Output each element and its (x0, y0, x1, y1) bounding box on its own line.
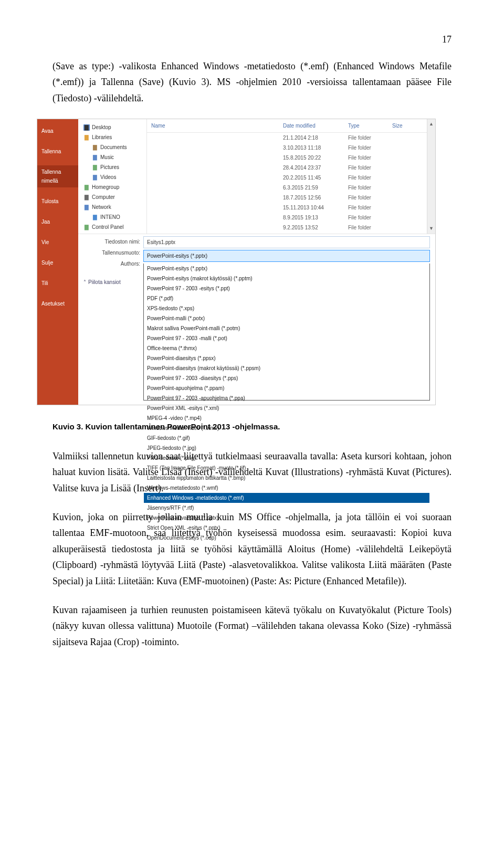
file-date: 6.3.2015 21:59 (283, 183, 346, 192)
backstage-item[interactable]: Tallenna nimellä (37, 165, 78, 187)
file-name (150, 223, 281, 232)
file-name (150, 133, 281, 142)
table-row[interactable]: 9.2.2015 13:52File folder (150, 223, 424, 233)
savetype-option[interactable]: Office-teema (*.thmx) (144, 343, 429, 353)
file-type: File folder (348, 163, 390, 172)
savetype-option[interactable]: PowerPoint-apuohjelma (*.ppam) (144, 383, 429, 393)
savetype-option[interactable]: PowerPoint-diaesitys (*.ppsx) (144, 353, 429, 363)
file-date: 15.8.2015 20:22 (283, 153, 346, 162)
table-row[interactable]: 6.3.2015 21:59File folder (150, 183, 424, 193)
backstage-item[interactable]: Tili (37, 277, 78, 290)
filename-input[interactable]: Esitys1.pptx (143, 236, 430, 248)
tree-item-label: Network (92, 203, 111, 212)
folder-icon: ▇ (92, 214, 98, 220)
file-list[interactable]: Name Date modified Type Size 21.1.2014 2… (147, 119, 427, 234)
tree-item[interactable]: ▇Videos (81, 172, 143, 182)
file-name (150, 193, 281, 202)
file-type: File folder (348, 183, 390, 192)
col-name[interactable]: Name (151, 121, 281, 130)
file-size (392, 163, 424, 172)
table-row[interactable]: 28.4.2014 23:37File folder (150, 163, 424, 173)
file-type: File folder (348, 153, 390, 162)
table-row[interactable]: 8.9.2015 19:13File folder (150, 213, 424, 223)
savetype-option[interactable]: PDF (*.pdf) (144, 293, 429, 303)
tree-item-label: Libraries (92, 133, 112, 142)
file-size (392, 173, 424, 182)
backstage-item[interactable]: Tallenna (37, 145, 78, 158)
paragraph-1: (Save as type:) -valikosta Enhanced Wind… (52, 58, 452, 107)
file-name (150, 183, 281, 192)
tree-item[interactable]: ▇Network (81, 202, 143, 212)
col-type[interactable]: Type (348, 121, 390, 130)
tree-item[interactable]: ▇Desktop (81, 122, 143, 132)
savetype-option[interactable]: PowerPoint XML -esitys (*.xml) (144, 403, 429, 413)
tree-item[interactable]: ▇Music (81, 152, 143, 162)
file-name (150, 163, 281, 172)
table-row[interactable]: 21.1.2014 2:18File folder (150, 133, 424, 143)
filename-label: Tiedoston nimi: (83, 237, 140, 246)
file-name (150, 153, 281, 162)
backstage-item[interactable]: Vie (37, 236, 78, 249)
savetype-option[interactable]: PowerPoint 97 - 2003 -esitys (*.ppt) (144, 283, 429, 293)
savetype-option[interactable]: PowerPoint-esitys (*.pptx) (144, 264, 429, 273)
folder-icon: ▇ (83, 224, 90, 230)
folder-tree[interactable]: ▇Desktop▇Libraries▇Documents▇Music▇Pictu… (78, 119, 147, 234)
file-size (392, 203, 424, 212)
save-dialog: ▇Desktop▇Libraries▇Documents▇Music▇Pictu… (78, 119, 435, 405)
backstage-sidebar: AvaaTallennaTallenna nimelläTulostaJaaVi… (37, 119, 78, 405)
backstage-item[interactable]: Jaa (37, 215, 78, 228)
file-date: 3.10.2013 11:18 (283, 143, 346, 152)
table-row[interactable]: 20.2.2015 11:45File folder (150, 173, 424, 183)
backstage-item[interactable]: Avaa (37, 124, 78, 138)
scrollbar[interactable]: ▲ ▼ (427, 119, 435, 234)
tree-item[interactable]: ▇Control Panel (81, 222, 143, 232)
hide-folders-button[interactable]: ˄ Piilota kansiot (83, 268, 140, 287)
savetype-select[interactable]: PowerPoint-esitys (*.pptx) (143, 250, 430, 262)
file-date: 15.11.2013 10:44 (283, 203, 346, 212)
savetype-option[interactable]: PowerPoint-diaesitys (makrot käytössä) (… (144, 363, 429, 373)
savetype-option[interactable]: Enhanced Windows -metatiedosto (*.emf) (144, 493, 429, 503)
backstage-item[interactable]: Tulosta (37, 195, 78, 208)
folder-icon: ▇ (83, 134, 90, 141)
tree-item-label: Desktop (92, 123, 111, 132)
savetype-option[interactable]: GIF-tiedosto (*.gif) (144, 433, 429, 443)
table-row[interactable]: 3.10.2013 11:18File folder (150, 143, 424, 153)
paragraph-4: Kuvan rajaamiseen ja turhien reunusten p… (52, 602, 452, 650)
col-size[interactable]: Size (392, 121, 424, 130)
tree-item[interactable]: ▇Computer (81, 192, 143, 202)
savetype-dropdown[interactable]: PowerPoint-esitys (*.pptx)PowerPoint-esi… (143, 264, 430, 401)
savetype-option[interactable]: PowerPoint 97 - 2003 -apuohjelma (*.ppa) (144, 393, 429, 403)
tree-item[interactable]: ▇Documents (81, 142, 143, 152)
folder-icon: ▇ (83, 194, 90, 201)
tree-item[interactable]: ▇Homegroup (81, 182, 143, 192)
file-name (150, 213, 281, 222)
backstage-item[interactable]: Asetukset (37, 297, 78, 310)
savetype-option[interactable]: PowerPoint 97 - 2003 -diaesitys (*.pps) (144, 373, 429, 383)
file-size (392, 213, 424, 222)
tree-item[interactable]: ▇Libraries (81, 132, 143, 142)
savetype-option[interactable]: Windows-metatiedosto (*.wmf) (144, 483, 429, 493)
savetype-label: Tallennusmuoto: (83, 248, 140, 257)
hide-folders-label: Piilota kansiot (88, 278, 121, 287)
file-date: 21.1.2014 2:18 (283, 133, 346, 142)
file-date: 20.2.2015 11:45 (283, 173, 346, 182)
scroll-down-icon[interactable]: ▼ (427, 224, 435, 234)
tree-item-label: Music (100, 153, 114, 162)
savetype-option[interactable]: Makrot salliva PowerPoint-malli (*.potm) (144, 323, 429, 333)
col-date[interactable]: Date modified (283, 121, 346, 130)
tree-item[interactable]: ▇INTENO (81, 212, 143, 222)
scroll-up-icon[interactable]: ▲ (427, 119, 435, 129)
tree-item[interactable]: ▇Pictures (81, 162, 143, 172)
savetype-option[interactable]: PowerPoint-malli (*.potx) (144, 313, 429, 323)
file-type: File folder (348, 173, 390, 182)
savetype-option[interactable]: XPS-tiedosto (*.xps) (144, 303, 429, 313)
table-row[interactable]: 15.11.2013 10:44File folder (150, 203, 424, 213)
tree-item-label: Control Panel (92, 223, 124, 231)
savetype-option[interactable]: PowerPoint 97 - 2003 -malli (*.pot) (144, 333, 429, 343)
page-number: 17 (52, 31, 452, 48)
backstage-item[interactable]: Sulje (37, 256, 78, 269)
table-row[interactable]: 15.8.2015 20:22File folder (150, 153, 424, 163)
tree-item-label: Computer (92, 193, 115, 202)
table-row[interactable]: 18.7.2015 12:56File folder (150, 193, 424, 203)
savetype-option[interactable]: PowerPoint-esitys (makrot käytössä) (*.p… (144, 273, 429, 283)
